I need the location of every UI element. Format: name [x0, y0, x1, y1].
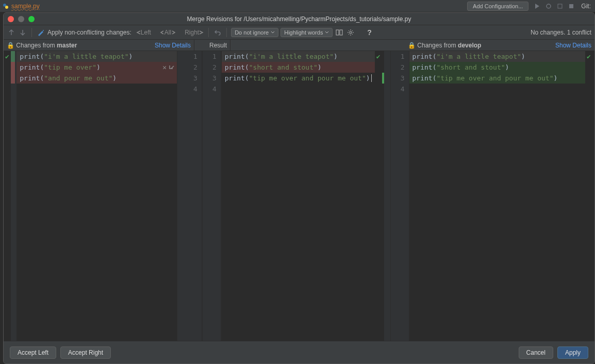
sync-scroll-icon[interactable] [335, 28, 344, 37]
settings-icon[interactable] [346, 28, 355, 37]
diff-marker [11, 73, 15, 84]
show-details-right[interactable]: Show Details [555, 42, 591, 49]
result-pane-header: Result [194, 40, 230, 51]
conflict-status: No changes. 1 conflict [531, 29, 591, 36]
line-number: 2 [203, 62, 221, 73]
line-number: 3 [391, 73, 409, 84]
merge-area: ✔ print("i'm a little teapot")print("tip… [4, 51, 594, 341]
line-number: 3 [177, 73, 202, 84]
left-code-pane[interactable]: print("i'm a little teapot")print("tip m… [16, 51, 177, 341]
pane-headers: 🔒 Changes from master Show Details Resul… [4, 40, 594, 51]
code-line[interactable]: print("tip me over and pour me out") [222, 73, 375, 84]
applied-check-icon: ✔ [376, 51, 381, 62]
right-gutter: 1234 [390, 51, 409, 341]
apply-nonconflict-label: Apply non-conflicting changes: [47, 29, 131, 36]
prev-diff-icon[interactable] [7, 28, 16, 37]
svg-point-2 [547, 4, 551, 8]
run-icon[interactable] [533, 2, 541, 10]
svg-rect-7 [340, 30, 342, 35]
left-check-col: ✔ [4, 51, 11, 341]
applied-check-icon: ✔ [5, 51, 9, 62]
code-line[interactable]: print("i'm a little teapot") [16, 51, 177, 62]
center-gutter: 1234 [202, 51, 221, 341]
diff-marker [592, 62, 594, 73]
diff-marker [592, 73, 594, 84]
line-number: 4 [391, 84, 409, 94]
merge-dialog: Merge Revisions for /Users/micahmelling/… [3, 12, 595, 364]
apply-right-button[interactable]: Right [185, 29, 204, 36]
accept-right-button[interactable]: Accept Right [60, 346, 111, 359]
line-number: 2 [391, 62, 409, 73]
apply-all-button[interactable]: All [159, 29, 176, 36]
highlight-combo[interactable]: Highlight words [280, 28, 333, 37]
next-diff-icon[interactable] [18, 28, 27, 37]
svg-rect-4 [569, 4, 573, 8]
dialog-titlebar: Merge Revisions for /Users/micahmelling/… [4, 13, 594, 25]
line-number: 1 [203, 51, 221, 62]
file-name[interactable]: sample.py [11, 3, 40, 10]
dialog-title: Merge Revisions for /Users/micahmelling/… [4, 15, 594, 23]
magic-resolve-icon[interactable] [36, 28, 45, 37]
dialog-bottom-bar: Accept Left Accept Right Cancel Apply [4, 341, 594, 363]
svg-rect-3 [558, 4, 562, 8]
left-gutter: 1234 [177, 51, 202, 341]
line-number: 3 [203, 73, 221, 84]
accept-left-button[interactable]: Accept Left [10, 346, 56, 359]
debug-icon[interactable] [544, 2, 553, 10]
reject-change-icon[interactable]: ✕ [162, 62, 167, 73]
help-icon[interactable]: ? [365, 28, 374, 37]
code-line[interactable]: print("i'm a little teapot") [222, 51, 375, 62]
right-code-pane[interactable]: print("i'm a little teapot")print("short… [409, 51, 594, 341]
svg-rect-6 [336, 30, 339, 35]
chevron-down-icon [325, 31, 329, 34]
line-number: 4 [177, 84, 202, 94]
left-pane-header: 🔒 Changes from master Show Details [4, 40, 194, 51]
ide-top-bar: sample.py Add Configuration... Git: [0, 0, 595, 12]
code-line[interactable]: print("and pour me out") [16, 73, 177, 84]
rollback-icon[interactable] [213, 28, 222, 37]
lock-icon: 🔒 [7, 42, 14, 49]
svg-point-5 [43, 30, 44, 31]
show-details-left[interactable]: Show Details [155, 42, 191, 49]
svg-point-8 [350, 31, 352, 34]
line-number: 1 [177, 51, 202, 62]
ignore-combo[interactable]: Do not ignore [231, 28, 278, 37]
code-line[interactable]: print("i'm a little teapot") [409, 51, 585, 62]
right-pane-header: 🔒 Changes from develop Show Details [404, 40, 594, 51]
center-scrollbar[interactable] [384, 51, 390, 341]
left-marker-col [11, 51, 17, 341]
add-configuration-button[interactable]: Add Configuration... [467, 2, 528, 11]
git-label: Git: [581, 3, 591, 10]
stop-icon[interactable] [567, 2, 575, 10]
code-line[interactable]: print("tip me over and pour me out") [409, 73, 585, 84]
center-code-pane[interactable]: print("i'm a little teapot")print("short… [221, 51, 390, 341]
diff-marker [11, 51, 15, 62]
line-number: 2 [177, 62, 202, 73]
diff-marker [11, 62, 15, 73]
apply-left-button[interactable]: Left [136, 29, 151, 36]
diff-marker [592, 51, 594, 62]
merge-toolbar: Apply non-conflicting changes: Left All … [4, 25, 594, 40]
accept-change-icon[interactable] [169, 62, 175, 73]
run-with-coverage-icon[interactable] [556, 2, 564, 10]
line-number: 1 [391, 51, 409, 62]
code-line[interactable]: print("short and stout") [409, 62, 585, 73]
apply-button[interactable]: Apply [557, 346, 588, 359]
code-line[interactable]: print("short and stout") [222, 62, 375, 73]
chevron-down-icon [271, 31, 275, 34]
applied-check-icon: ✔ [587, 51, 591, 62]
code-line[interactable]: print("tip me over") ✕ [16, 62, 177, 73]
python-file-icon [2, 3, 9, 10]
line-number: 4 [203, 84, 221, 94]
cancel-button[interactable]: Cancel [519, 346, 553, 359]
lock-icon: 🔒 [408, 42, 416, 49]
svg-point-1 [5, 6, 8, 9]
